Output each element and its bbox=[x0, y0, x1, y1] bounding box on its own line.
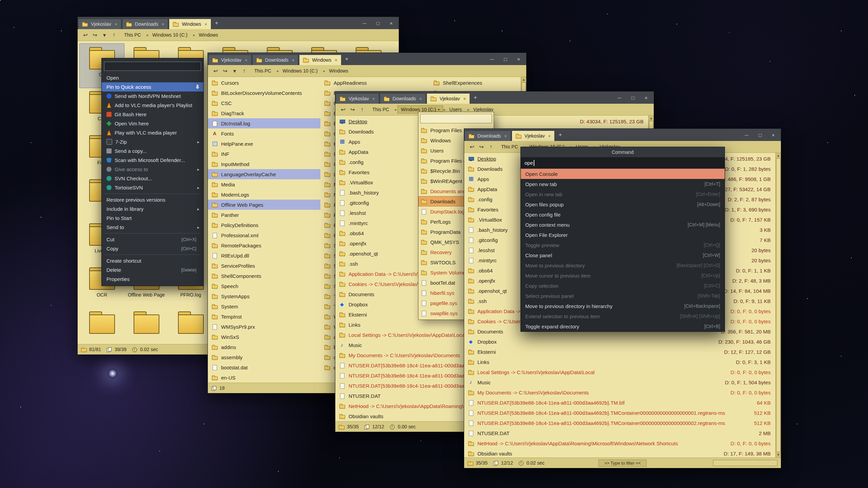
file-row[interactable]: PolicyDefinitions bbox=[208, 220, 320, 230]
file-row[interactable]: RemotePackages bbox=[208, 240, 320, 250]
tab[interactable]: Downloads× bbox=[122, 19, 169, 29]
file-row[interactable]: Speech bbox=[208, 281, 320, 291]
context-menu-item[interactable]: Give access to▸ bbox=[102, 165, 203, 174]
maximize-button[interactable]: □ bbox=[504, 56, 507, 62]
file-row[interactable]: WMSysPr9.prx bbox=[208, 322, 320, 332]
file-row[interactable]: DtcInstall.log bbox=[208, 118, 320, 128]
tab-close-icon[interactable]: × bbox=[204, 22, 207, 27]
history-dropdown-icon[interactable]: ▾ bbox=[100, 30, 109, 39]
tab-close-icon[interactable]: × bbox=[463, 96, 466, 101]
breadcrumb-item[interactable]: Windows 10 (C:) bbox=[279, 67, 322, 75]
file-row[interactable]: MusicD: 0, F: 1, 504 bytes bbox=[464, 377, 775, 387]
breadcrumb-item[interactable]: Windows bbox=[326, 67, 353, 75]
forward-button[interactable]: ↪ bbox=[348, 105, 357, 114]
file-row[interactable]: AppReadiness bbox=[320, 78, 430, 88]
file-row[interactable]: HelpPane.exe bbox=[208, 139, 320, 149]
palette-item[interactable]: Toggle expand directory[Ctrl+B] bbox=[521, 321, 725, 331]
tab-close-icon[interactable]: × bbox=[245, 58, 248, 63]
file-row[interactable]: NTUSER.DAT2 MB bbox=[464, 428, 775, 438]
file-row[interactable]: RtlExUpd.dll bbox=[208, 250, 320, 261]
context-menu-item[interactable]: Add to VLC media player's Playlist bbox=[102, 101, 203, 110]
context-menu-item[interactable]: Create shortcut bbox=[102, 256, 203, 265]
palette-item[interactable]: Move to previous directory in hierarchy[… bbox=[521, 301, 725, 311]
tab[interactable]: Downloads× bbox=[252, 55, 299, 65]
breadcrumb-item[interactable]: This PC bbox=[498, 143, 523, 150]
palette-item[interactable]: Select previous panel[Shift+Tab] bbox=[521, 291, 725, 301]
file-row[interactable]: bootstat.dat bbox=[208, 362, 320, 372]
back-button[interactable]: ↩ bbox=[339, 105, 348, 114]
scroll-up-icon[interactable]: ▲ bbox=[649, 116, 654, 121]
tab[interactable]: Vjekoslav× bbox=[512, 130, 555, 141]
file-row[interactable]: en-US bbox=[208, 372, 320, 383]
file-row[interactable]: WinSxS bbox=[208, 332, 320, 342]
tab[interactable]: Windows× bbox=[299, 55, 341, 65]
palette-item[interactable]: Toggle preview[Ctrl+Q] bbox=[521, 240, 725, 250]
grid-item[interactable] bbox=[169, 308, 213, 344]
context-menu-item[interactable] bbox=[102, 232, 203, 235]
palette-item[interactable]: Open context menu[Ctrl+M] [Menu] bbox=[521, 220, 725, 230]
breadcrumb-item[interactable]: This PC bbox=[121, 31, 146, 39]
context-menu-item[interactable]: SVN Checkout... bbox=[102, 174, 203, 183]
status-scrollbar[interactable] bbox=[713, 460, 777, 466]
up-button[interactable]: ↑ bbox=[358, 105, 367, 114]
context-menu-item[interactable] bbox=[102, 253, 203, 256]
minimize-button[interactable]: ─ bbox=[490, 56, 494, 62]
tab-close-icon[interactable]: × bbox=[372, 96, 375, 101]
palette-item[interactable]: Open config file bbox=[521, 209, 725, 220]
tab[interactable]: Downloads× bbox=[465, 130, 511, 141]
new-tab-button[interactable]: + bbox=[212, 20, 222, 26]
forward-button[interactable]: ↪ bbox=[221, 66, 230, 75]
file-row[interactable]: Professional.xml bbox=[208, 230, 320, 240]
file-row[interactable]: NTUSER.DAT{53b39e88-18c4-11ea-a811-000d3… bbox=[464, 408, 775, 418]
context-menu-item[interactable]: Pin to Quick access bbox=[102, 82, 203, 92]
back-button[interactable]: ↩ bbox=[81, 30, 90, 39]
breadcrumb-item[interactable]: This PC bbox=[251, 67, 276, 75]
grid-item[interactable] bbox=[124, 308, 169, 344]
maximize-button[interactable]: □ bbox=[631, 95, 634, 101]
tab-close-icon[interactable]: × bbox=[548, 134, 551, 139]
palette-item[interactable]: Open Console bbox=[521, 169, 725, 179]
file-row[interactable]: LanguageOverlayCache bbox=[208, 169, 320, 179]
context-menu-item[interactable]: Restore previous versions bbox=[102, 195, 203, 204]
file-row[interactable]: TempInst bbox=[208, 311, 320, 322]
close-button[interactable]: × bbox=[645, 95, 648, 101]
file-row[interactable]: assembly bbox=[208, 352, 320, 362]
tab-close-icon[interactable]: × bbox=[115, 22, 117, 27]
up-button[interactable]: ↑ bbox=[240, 66, 249, 75]
back-button[interactable]: ↩ bbox=[211, 66, 220, 75]
context-menu-item[interactable]: Pin to Start bbox=[102, 214, 203, 223]
scroll-up-icon[interactable]: ▲ bbox=[521, 77, 526, 82]
scroll-down-icon[interactable]: ▼ bbox=[776, 452, 781, 458]
grid-item[interactable] bbox=[80, 308, 124, 344]
breadcrumb-item[interactable]: Windows bbox=[196, 31, 223, 39]
context-menu-item[interactable]: Send with NordVPN Meshnet bbox=[102, 92, 203, 101]
file-row[interactable]: Panther bbox=[208, 210, 320, 220]
tab-close-icon[interactable]: × bbox=[504, 134, 507, 139]
tab[interactable]: Downloads× bbox=[380, 93, 426, 104]
file-row[interactable]: Media bbox=[208, 179, 320, 189]
context-menu-item[interactable]: Scan with Microsoft Defender... bbox=[102, 156, 203, 165]
context-menu-item[interactable]: Include in library▸ bbox=[102, 204, 203, 214]
file-row[interactable]: Cursors bbox=[208, 78, 320, 88]
context-menu-item[interactable]: Open Vim here bbox=[102, 119, 203, 128]
vertical-scrollbar[interactable]: ▲ ▼ bbox=[775, 153, 781, 458]
history-dropdown-icon[interactable]: ▾ bbox=[230, 66, 239, 75]
context-menu-item[interactable]: Git Bash Here bbox=[102, 110, 203, 119]
tab[interactable]: Vjekoslav× bbox=[336, 93, 379, 104]
palette-item[interactable]: Open File Explorer bbox=[521, 230, 725, 240]
tab-close-icon[interactable]: × bbox=[162, 22, 164, 27]
file-row[interactable]: DropboxD: 230, F: 1043, 46 GB bbox=[464, 337, 775, 347]
forward-button[interactable]: ↪ bbox=[91, 30, 99, 39]
palette-search-input[interactable]: ope bbox=[521, 157, 725, 169]
file-row[interactable]: INF bbox=[208, 149, 320, 159]
palette-item[interactable]: Open new tab[Ctrl+T] bbox=[521, 179, 725, 189]
breadcrumb-item[interactable]: Windows 10 (C:) bbox=[149, 31, 192, 39]
minimize-button[interactable]: ─ bbox=[363, 20, 367, 26]
file-row[interactable]: addins bbox=[208, 342, 320, 352]
file-row[interactable]: ModemLogs bbox=[208, 189, 320, 200]
close-button[interactable]: × bbox=[390, 20, 393, 26]
palette-item[interactable]: Extend selection to previous item[Shift+… bbox=[521, 311, 725, 321]
tab-close-icon[interactable]: × bbox=[292, 58, 295, 63]
tab[interactable]: Vjekoslav× bbox=[78, 19, 121, 29]
palette-item[interactable]: Close panel[Ctrl+W] bbox=[521, 250, 725, 260]
